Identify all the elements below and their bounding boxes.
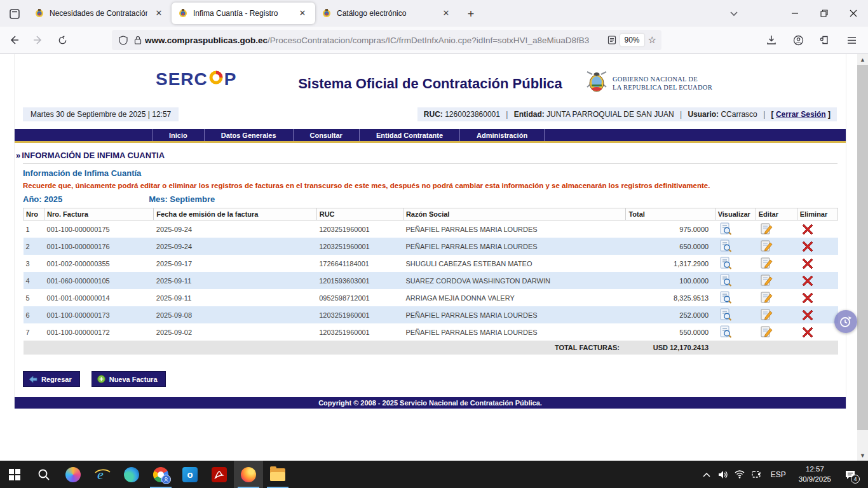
outlook-icon[interactable]: o xyxy=(175,461,205,488)
editar-icon[interactable] xyxy=(759,273,773,287)
minimize-button[interactable] xyxy=(780,0,810,27)
scroll-down-icon[interactable]: ▼ xyxy=(857,450,868,461)
edge-icon[interactable] xyxy=(117,461,146,488)
taskbar-clock[interactable]: 12:57 30/9/2025 xyxy=(792,464,837,484)
wifi-icon[interactable] xyxy=(731,461,748,488)
menu-item-consultar[interactable]: Consultar xyxy=(293,129,359,141)
eliminar-icon[interactable] xyxy=(801,240,815,254)
menu-item-administracion[interactable]: Administración xyxy=(459,129,545,141)
file-explorer-icon[interactable] xyxy=(263,461,292,488)
eliminar-icon[interactable] xyxy=(801,325,815,339)
downloads-icon[interactable] xyxy=(761,30,782,50)
internet-explorer-icon[interactable]: e xyxy=(88,461,117,488)
scrollbar-thumb[interactable] xyxy=(857,65,868,430)
visualizar-icon[interactable] xyxy=(719,273,733,287)
ecuador-favicon-icon xyxy=(322,8,332,18)
government-logo: GOBIERNO NACIONAL DE LA REPUBLICA DEL EC… xyxy=(586,71,712,96)
eliminar-icon[interactable] xyxy=(801,291,815,305)
cell-factura: 001-100-000000172 xyxy=(44,323,154,341)
windows-taskbar: e o ESP 12:57 30/9/2025 xyxy=(0,461,868,488)
menu-item-inicio[interactable]: Inicio xyxy=(152,129,204,141)
tab-close-icon[interactable]: ✕ xyxy=(153,7,165,20)
forward-icon[interactable] xyxy=(28,30,48,50)
visualizar-icon[interactable] xyxy=(719,325,733,339)
visualizar-icon[interactable] xyxy=(719,308,733,322)
notification-center-icon[interactable]: 4 xyxy=(837,461,863,488)
cell-factura: 001-001-000000014 xyxy=(44,289,154,306)
editar-icon[interactable] xyxy=(759,290,773,304)
page-scrollbar[interactable]: ▲ ▼ xyxy=(857,54,868,461)
lock-icon[interactable] xyxy=(134,36,142,44)
editar-icon[interactable] xyxy=(759,308,773,322)
visualizar-icon[interactable] xyxy=(719,290,733,304)
tab-close-icon[interactable]: ✕ xyxy=(440,7,452,20)
col-editar: Editar xyxy=(756,208,797,220)
editar-icon[interactable] xyxy=(759,239,773,253)
logout-link[interactable]: Cerrar Sesión xyxy=(776,110,826,119)
eliminar-icon[interactable] xyxy=(801,222,815,236)
editar-icon[interactable] xyxy=(759,256,773,270)
col-total: Total xyxy=(626,208,715,220)
volume-icon[interactable] xyxy=(715,461,731,488)
tab-necesidades[interactable]: Necesidades de Contratación y ✕ xyxy=(28,3,172,24)
ecuador-favicon-icon xyxy=(178,8,188,18)
eliminar-icon[interactable] xyxy=(801,274,815,288)
menu-item-entidad-contratante[interactable]: Entidad Contratante xyxy=(359,129,459,141)
tracking-shield-icon[interactable] xyxy=(119,36,128,45)
coat-of-arms-icon xyxy=(586,71,607,96)
month-label: Mes: Septiembre xyxy=(149,194,215,204)
close-window-button[interactable] xyxy=(839,0,868,27)
cell-razon-social: PEÑAFIEL PARRALES MARIA LOURDES xyxy=(403,323,626,341)
eliminar-icon[interactable] xyxy=(801,308,815,322)
cell-factura: 001-100-000000175 xyxy=(44,220,154,238)
url-bar[interactable]: www.compraspublicas.gob.ec/ProcesoContra… xyxy=(112,30,661,50)
list-all-tabs-icon[interactable] xyxy=(723,4,745,23)
zoom-level-badge[interactable]: 90% xyxy=(620,34,644,46)
eliminar-icon[interactable] xyxy=(801,257,815,271)
visualizar-icon[interactable] xyxy=(719,256,733,270)
chrome-icon[interactable] xyxy=(146,461,175,488)
start-button[interactable] xyxy=(0,461,29,488)
notification-count-badge: 4 xyxy=(851,475,860,484)
taskbar-date: 30/9/2025 xyxy=(799,475,831,485)
col-nro: Nro xyxy=(24,208,44,220)
tab-close-icon[interactable]: ✕ xyxy=(296,7,309,20)
editar-icon[interactable] xyxy=(759,325,773,339)
main-menu: Inicio Datos Generales Consultar Entidad… xyxy=(15,129,846,141)
cell-razon-social: PEÑAFIEL PARRALES MARIA LOURDES xyxy=(403,238,626,255)
cell-nro: 5 xyxy=(24,289,44,306)
reload-icon[interactable] xyxy=(52,30,72,50)
visualizar-icon[interactable] xyxy=(719,222,733,236)
extensions-icon[interactable] xyxy=(815,30,835,50)
copilot-icon[interactable] xyxy=(58,461,88,488)
table-row: 6 001-100-000000173 2025-09-08 120325196… xyxy=(24,306,838,323)
menu-item-datos-generales[interactable]: Datos Generales xyxy=(204,129,293,141)
menu-hamburger-icon[interactable] xyxy=(841,30,862,50)
browser-navbar: www.compraspublicas.gob.ec/ProcesoContra… xyxy=(0,27,868,54)
editar-icon[interactable] xyxy=(759,222,773,236)
tab-infima-cuantia[interactable]: Infima Cuantía - Registro ✕ xyxy=(172,3,315,24)
restore-button[interactable] xyxy=(810,0,839,27)
scroll-up-icon[interactable]: ▲ xyxy=(857,54,868,65)
meet-now-icon[interactable] xyxy=(748,461,764,488)
firefox-view-icon[interactable] xyxy=(5,4,24,24)
account-icon[interactable] xyxy=(788,30,808,50)
url-path: /ProcesoContratacion/compras/IC/frmDetIn… xyxy=(268,36,589,45)
firefox-icon[interactable] xyxy=(234,461,263,488)
taskbar-search-icon[interactable] xyxy=(29,461,58,488)
bookmark-star-icon[interactable]: ☆ xyxy=(648,34,656,46)
government-logo-text: GOBIERNO NACIONAL DE LA REPUBLICA DEL EC… xyxy=(613,75,712,92)
language-indicator[interactable]: ESP xyxy=(764,470,792,479)
time-tracker-widget[interactable] xyxy=(834,310,857,333)
reader-mode-icon[interactable] xyxy=(607,36,616,44)
visualizar-icon[interactable] xyxy=(719,239,733,253)
back-icon[interactable] xyxy=(4,30,24,50)
tab-catalogo[interactable]: Catálogo electrónico ✕ xyxy=(315,3,459,24)
nueva-factura-button[interactable]: Nueva Factura xyxy=(92,371,166,387)
tray-chevron-icon[interactable] xyxy=(698,461,715,488)
tab-title: Infima Cuantía - Registro xyxy=(193,9,291,18)
regresar-button[interactable]: Regresar xyxy=(23,371,80,387)
new-tab-button[interactable]: + xyxy=(461,4,480,24)
add-icon xyxy=(97,375,105,383)
acrobat-icon[interactable] xyxy=(205,461,234,488)
